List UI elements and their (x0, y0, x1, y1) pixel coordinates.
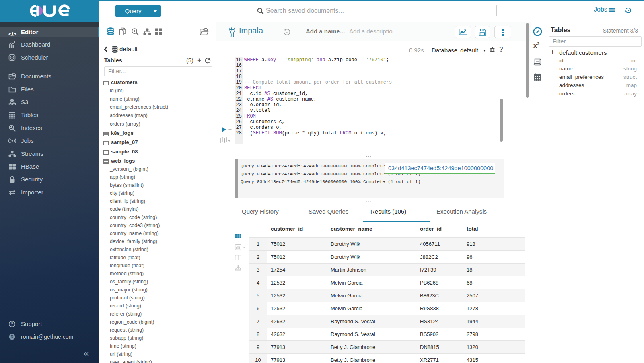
svg-text:?: ? (11, 322, 13, 326)
svg-text:R: R (10, 335, 13, 339)
